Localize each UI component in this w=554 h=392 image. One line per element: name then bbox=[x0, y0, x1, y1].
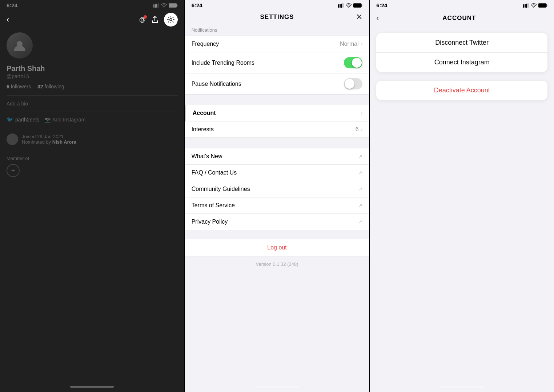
avatar-section bbox=[0, 31, 184, 62]
header-icons: @ bbox=[139, 13, 177, 27]
pause-notifications-row[interactable]: Pause Notifications bbox=[185, 73, 369, 94]
terms-label: Terms of Service bbox=[192, 202, 235, 209]
account-header: ‹ ACCOUNT bbox=[370, 10, 554, 27]
joined-text: Joined 29-Jan-2021 Nominated by Nish Aro… bbox=[22, 134, 76, 145]
settings-gap-1 bbox=[185, 96, 369, 103]
frequency-value: Normal bbox=[340, 41, 359, 47]
whats-new-row[interactable]: What's New ↗ bbox=[185, 148, 369, 165]
faq-label: FAQ / Contact Us bbox=[192, 169, 237, 176]
status-icons-1 bbox=[153, 3, 178, 8]
avatar bbox=[7, 32, 33, 59]
interests-label: Interests bbox=[192, 126, 214, 133]
disconnect-twitter-label: Disconnect Twitter bbox=[435, 39, 489, 47]
account-title: ACCOUNT bbox=[383, 15, 536, 22]
svg-rect-17 bbox=[527, 3, 529, 8]
twitter-icon: 🐦 bbox=[7, 116, 13, 123]
svg-rect-10 bbox=[341, 4, 342, 8]
svg-rect-2 bbox=[156, 4, 157, 8]
home-bar-3 bbox=[440, 386, 484, 388]
status-bar-2: 6:24 bbox=[185, 0, 369, 10]
svg-point-6 bbox=[170, 19, 172, 21]
home-bar-2 bbox=[255, 386, 299, 388]
status-bar-3: 6:24 bbox=[370, 0, 554, 10]
back-button[interactable]: ‹ bbox=[7, 15, 9, 24]
home-indicator-3 bbox=[370, 381, 554, 392]
status-time-1: 6:24 bbox=[7, 2, 17, 8]
following-stat[interactable]: 32 following bbox=[37, 84, 64, 89]
profile-name: Parth Shah bbox=[0, 62, 184, 73]
svg-rect-9 bbox=[340, 4, 341, 8]
toggle-thumb bbox=[352, 58, 362, 68]
connect-instagram-label: Connect Instagram bbox=[434, 59, 490, 66]
deactivate-card: Deactivate Account bbox=[376, 81, 547, 100]
deactivate-account-button[interactable]: Deactivate Account bbox=[376, 81, 547, 100]
svg-rect-1 bbox=[155, 4, 156, 8]
connect-instagram-button[interactable]: Connect Instagram bbox=[376, 53, 547, 72]
settings-panel: 6:24 SETTINGS ✕ Notifications Frequency … bbox=[185, 0, 369, 392]
frequency-row[interactable]: Frequency Normal › bbox=[185, 36, 369, 52]
svg-rect-12 bbox=[353, 4, 361, 7]
external-link-icon-4: ↗ bbox=[358, 203, 362, 208]
close-button[interactable]: ✕ bbox=[356, 12, 362, 22]
profile-panel: 6:24 ‹ @ bbox=[0, 0, 184, 392]
account-row[interactable]: Account › bbox=[185, 105, 369, 121]
profile-handle: @parth15 bbox=[0, 73, 184, 82]
profile-divider-3 bbox=[7, 129, 178, 129]
frequency-value-group: Normal › bbox=[340, 41, 362, 47]
privacy-row[interactable]: Privacy Policy ↗ bbox=[185, 214, 369, 230]
privacy-label: Privacy Policy bbox=[192, 219, 228, 225]
faq-row[interactable]: FAQ / Contact Us ↗ bbox=[185, 165, 369, 181]
settings-header: SETTINGS ✕ bbox=[185, 10, 369, 25]
community-row[interactable]: Community Guidelines ↗ bbox=[185, 181, 369, 197]
settings-button[interactable] bbox=[164, 13, 178, 27]
status-icons-3 bbox=[523, 3, 547, 8]
terms-row[interactable]: Terms of Service ↗ bbox=[185, 197, 369, 214]
svg-rect-14 bbox=[523, 4, 524, 8]
svg-rect-19 bbox=[547, 5, 547, 6]
svg-rect-18 bbox=[538, 4, 546, 7]
interests-chevron-icon: › bbox=[361, 127, 363, 132]
svg-rect-16 bbox=[526, 4, 527, 8]
add-bio-link[interactable]: Add a bio bbox=[0, 97, 184, 110]
home-indicator-2 bbox=[185, 381, 369, 392]
account-chevron-icon: › bbox=[361, 110, 363, 116]
account-back-button[interactable]: ‹ bbox=[376, 13, 379, 23]
add-instagram-link[interactable]: 📷 Add Instagram bbox=[44, 117, 85, 123]
external-link-icon-1: ↗ bbox=[358, 153, 362, 159]
links-card: What's New ↗ FAQ / Contact Us ↗ Communit… bbox=[185, 148, 369, 230]
status-bar-1: 6:24 bbox=[0, 0, 184, 10]
settings-title: SETTINGS bbox=[260, 13, 294, 21]
add-member-button[interactable]: + bbox=[7, 164, 20, 177]
logout-label: Log out bbox=[267, 244, 286, 251]
trending-rooms-toggle[interactable] bbox=[344, 57, 362, 68]
logout-row[interactable]: Log out bbox=[185, 239, 369, 256]
account-panel: 6:24 ‹ ACCOUNT Disconnect Twitter Connec… bbox=[370, 0, 554, 392]
pause-notifications-toggle[interactable] bbox=[344, 78, 362, 89]
nominator-avatar bbox=[7, 133, 18, 145]
share-button[interactable] bbox=[152, 16, 158, 23]
followers-stat[interactable]: 6 followers bbox=[7, 84, 31, 89]
version-text: Version 0.1.32 (348) bbox=[185, 256, 369, 272]
trending-rooms-row[interactable]: Include Trending Rooms bbox=[185, 52, 369, 73]
disconnect-twitter-button[interactable]: Disconnect Twitter bbox=[376, 33, 547, 53]
profile-stats: 6 followers 32 following bbox=[0, 82, 184, 94]
deactivate-label: Deactivate Account bbox=[434, 87, 490, 94]
profile-divider-4 bbox=[7, 151, 178, 151]
status-time-3: 6:24 bbox=[376, 2, 387, 8]
account-chevron-group: › bbox=[361, 110, 363, 116]
settings-gap-2 bbox=[185, 139, 369, 147]
status-time-2: 6:24 bbox=[192, 2, 202, 8]
toggle-thumb-2 bbox=[345, 79, 354, 89]
notifications-section-label: Notifications bbox=[185, 25, 369, 34]
joined-section: Joined 29-Jan-2021 Nominated by Nish Aro… bbox=[0, 131, 184, 149]
svg-rect-0 bbox=[153, 4, 154, 8]
mention-button[interactable]: @ bbox=[139, 16, 145, 24]
external-link-icon-2: ↗ bbox=[358, 170, 362, 176]
twitter-link[interactable]: 🐦 parth2eets bbox=[7, 116, 39, 123]
interests-row[interactable]: Interests 6 › bbox=[185, 121, 369, 137]
instagram-icon: 📷 bbox=[44, 117, 51, 123]
profile-divider bbox=[7, 95, 178, 96]
notification-dot bbox=[144, 15, 147, 19]
status-icons-2 bbox=[338, 3, 362, 8]
notifications-card: Frequency Normal › Include Trending Room… bbox=[185, 36, 369, 95]
